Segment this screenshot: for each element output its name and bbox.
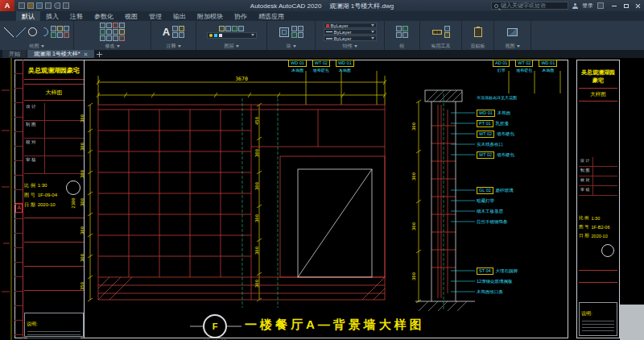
material-code: WT 02 (477, 151, 494, 159)
material-code: WD 01 (336, 60, 354, 67)
panel-label-view[interactable]: 视图 (494, 43, 530, 50)
panel-label-modify[interactable]: 修改 (74, 43, 151, 50)
ribbon-tab-label: 视图 (125, 12, 138, 21)
ribbon-tab[interactable]: 管理 (143, 11, 167, 21)
dimension-cell: 300 (252, 234, 262, 267)
material-label: 暗藏灯带 (477, 198, 494, 204)
revision-marker: A (15, 203, 23, 213)
dimension-value: 300 (80, 226, 85, 234)
panel-label-layers[interactable]: 图层 (196, 43, 266, 50)
material-callout: WD 01木饰面 (477, 108, 514, 118)
ribbon-tab[interactable]: 协作 (229, 11, 253, 21)
info-label: 日 期 (24, 201, 35, 209)
material-code: WD 01 (477, 110, 495, 117)
table-row: 审 核 (579, 186, 617, 196)
ribbon-tab[interactable]: 精选应用 (253, 11, 290, 21)
drawing-canvas[interactable]: A 吴总观澜湖园豪宅 大样图 设 计制 图校 对审 核 比 例1:30图 号1F… (0, 58, 644, 340)
layer-dropdown[interactable] (207, 32, 257, 39)
polyline-tool-icon[interactable] (16, 27, 26, 37)
open-icon[interactable] (27, 2, 34, 9)
ribbon-tab-label: 管理 (149, 12, 162, 21)
insert-block-icon[interactable] (279, 27, 289, 37)
panel-label-draw[interactable]: 绘图 (0, 43, 73, 50)
file-tab-document[interactable]: 观澜湖 1号楼大样* (27, 50, 94, 58)
modify-tools[interactable] (100, 23, 125, 41)
utility-tools[interactable] (444, 26, 450, 38)
table-row: 制 图 (24, 121, 84, 139)
account-icon[interactable] (572, 3, 578, 9)
file-tab-start[interactable]: 开始 (2, 50, 27, 58)
measure-tool-icon[interactable] (432, 30, 442, 35)
dimension-value: 350 (80, 282, 85, 290)
autocad-logo-icon[interactable]: A (0, 0, 14, 11)
linetype-dropdown[interactable]: ByLayer (324, 29, 377, 35)
panel-label-utilities[interactable]: 实用工具 (420, 43, 461, 50)
undo-icon[interactable] (54, 2, 60, 9)
panel-label-properties[interactable]: 特性 (316, 43, 384, 50)
panel-label-annotate[interactable]: 注释 (151, 43, 196, 50)
ribbon-tab-label: 注释 (70, 12, 83, 21)
dimension-value: 300 (411, 172, 416, 180)
info-row: 比 例1:30 (579, 214, 617, 222)
group-tools[interactable] (396, 26, 408, 38)
dimension-value: 300 (254, 247, 259, 255)
layer-tools[interactable] (219, 26, 244, 31)
block-tools[interactable] (291, 26, 303, 38)
dimension-cell: 300 (252, 202, 262, 234)
signin-label[interactable]: 登录 (582, 2, 593, 10)
dimension-value: 300 (80, 143, 85, 151)
ribbon-tab[interactable]: 输出 (167, 11, 192, 21)
search-box[interactable]: 键入关键字或短语 (491, 2, 568, 10)
dimension-cell: 300 (409, 251, 419, 301)
redo-icon[interactable] (63, 2, 69, 9)
ribbon-tab[interactable]: 注释 (64, 11, 89, 21)
arc-tool-icon[interactable] (38, 26, 51, 39)
line-tool-icon[interactable] (4, 27, 14, 37)
table-row-label: 校 对 (24, 139, 45, 155)
material-tags-left: WD 01木饰面WT 02墙布硬包WD 01木饰面 (288, 60, 354, 73)
info-row: 比 例1:30 (24, 180, 64, 190)
save-icon[interactable] (36, 2, 43, 9)
close-button[interactable] (632, 0, 644, 11)
panel-layers: 图层 (196, 21, 267, 50)
table-row: 校 对 (24, 139, 84, 156)
panel-label-clipboard[interactable]: 剪贴板 (462, 43, 493, 50)
new-file-icon[interactable] (19, 2, 25, 9)
maximize-button[interactable] (620, 0, 632, 11)
ribbon-tab[interactable]: 参数化 (89, 11, 119, 21)
window-controls (608, 0, 644, 11)
color-dropdown[interactable]: ByLayer (324, 23, 377, 28)
background-window-fragment (620, 305, 644, 340)
app-store-icon[interactable] (597, 2, 604, 9)
plot-icon[interactable] (45, 2, 52, 9)
material-label: 木饰面 (291, 68, 303, 73)
ribbon-tab-label: 参数化 (94, 12, 114, 21)
new-tab-button[interactable] (95, 50, 105, 58)
view-tool-icon[interactable] (507, 28, 518, 36)
ribbon-tab[interactable]: 附加模块 (192, 11, 229, 21)
material-callout: 木饰面收口条 (477, 287, 518, 297)
paste-tool-icon[interactable] (474, 27, 482, 37)
ribbon-tab[interactable]: 默认 (16, 11, 40, 21)
detail-marker-letter: F (213, 321, 218, 331)
minimize-button[interactable] (608, 0, 620, 11)
panel-label-groups[interactable]: 组 (385, 43, 419, 50)
dimension-tools[interactable] (172, 26, 184, 38)
ribbon: 绘图 修改 A 注释 图层 块 (0, 21, 644, 50)
quick-access-toolbar (19, 2, 69, 9)
drawing-title: 一楼餐厅A—背景墙大样图 (245, 317, 425, 333)
panel-label-block[interactable]: 块 (267, 43, 315, 50)
dimension-value: 300 (254, 150, 259, 158)
ribbon-tab[interactable]: 插入 (40, 11, 64, 21)
info-label: 日 期 (579, 233, 589, 238)
material-code: WT 02 (312, 60, 330, 67)
text-tool-icon[interactable]: A (163, 27, 170, 37)
lineweight-dropdown[interactable]: ByLayer (324, 35, 377, 41)
material-code: WD 01 (539, 60, 557, 67)
ribbon-tab[interactable]: 视图 (119, 11, 143, 21)
circle-tool-icon[interactable] (28, 27, 37, 36)
draw-extra-tools[interactable] (51, 26, 69, 38)
stamp-circle (601, 244, 614, 257)
material-tag: AD 01灯带 (493, 60, 510, 73)
close-tab-icon[interactable] (84, 52, 88, 56)
